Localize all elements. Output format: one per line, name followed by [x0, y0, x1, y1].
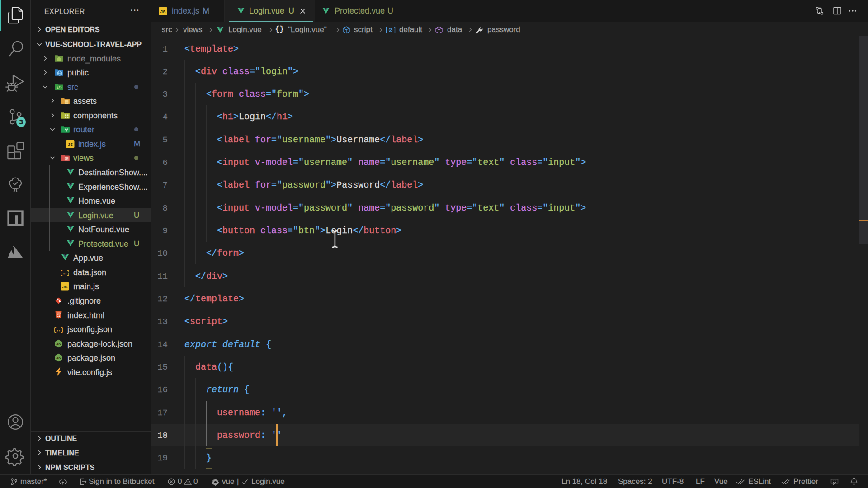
- svg-text:JS: JS: [62, 284, 68, 289]
- svg-text:{‥}: {‥}: [54, 326, 63, 333]
- svg-text:JS: JS: [68, 141, 73, 146]
- svg-text:JS: JS: [56, 342, 61, 346]
- svg-text:{‥}: {‥}: [61, 269, 69, 276]
- svg-text:JS: JS: [56, 356, 61, 360]
